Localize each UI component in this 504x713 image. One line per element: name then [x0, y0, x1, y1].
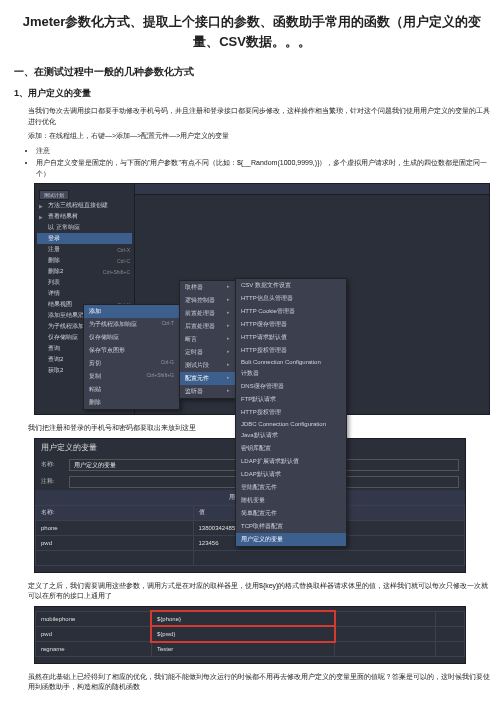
context-item[interactable]: 计数器: [236, 367, 346, 380]
context-item[interactable]: 登陆配置元件: [236, 481, 346, 494]
tab-plan[interactable]: 测试计划: [39, 190, 69, 200]
tree-item[interactable]: 删除Ctrl-C: [37, 255, 132, 266]
label-name: 名称:: [41, 460, 63, 469]
context-item[interactable]: HTTP Cookie管理器: [236, 305, 346, 318]
tree-item[interactable]: 登录: [37, 233, 132, 244]
context-item[interactable]: 取样器▸: [180, 281, 235, 294]
tree-item[interactable]: 删除2Ctrl+Shift+C: [37, 266, 132, 277]
context-item[interactable]: 监听器▸: [180, 385, 235, 398]
label-comment: 注释:: [41, 477, 63, 486]
section-1-heading: 一、在测试过程中一般的几种参数化方式: [14, 65, 490, 79]
context-item[interactable]: 仅存储响应: [84, 331, 179, 344]
screenshot-params: mobilephone${phone}pwd${pwd}regnameTeste…: [34, 606, 466, 664]
table-row[interactable]: [36, 550, 465, 565]
context-item[interactable]: 密钥库配置: [236, 442, 346, 455]
context-item[interactable]: HTTP信息头管理器: [236, 292, 346, 305]
context-item[interactable]: HTTP请求默认值: [236, 331, 346, 344]
context-item[interactable]: 保存节点图形: [84, 344, 179, 357]
context-item[interactable]: 逻辑控制器▸: [180, 294, 235, 307]
context-menu-1: 添加为子线程添加响应Ctrl-T仅存储响应保存节点图形剪切Ctrl-G复制Ctr…: [83, 304, 180, 410]
context-item[interactable]: 删除: [84, 396, 179, 409]
context-item[interactable]: 添加: [84, 305, 179, 318]
context-item[interactable]: 断言▸: [180, 333, 235, 346]
bullet-note: 注意: [36, 146, 490, 157]
paragraph: 虽然在此基础上已经得到了相应的优化，我们能不能做到每次运行的时候都不用再去修改用…: [14, 672, 490, 693]
context-item[interactable]: JDBC Connection Configuration: [236, 419, 346, 429]
col-name: 名称:: [36, 505, 194, 520]
context-item[interactable]: 为子线程添加响应Ctrl-T: [84, 318, 179, 331]
tree-item[interactable]: ▶查看结果树: [37, 211, 132, 222]
context-item[interactable]: HTTP授权管理器: [236, 344, 346, 357]
context-item[interactable]: 定时器▸: [180, 346, 235, 359]
paragraph: 定义了之后，我们需要调用这些参数，调用方式是在对应的取样器里，使用${key}的…: [14, 581, 490, 602]
editor-toolbar: [135, 184, 489, 195]
context-item[interactable]: FTP默认请求: [236, 393, 346, 406]
tree-item[interactable]: 列表: [37, 277, 132, 288]
paragraph: 添加：在线程组上，右键—>添加—>配置元件—>用户定义的变量: [14, 131, 490, 142]
context-item[interactable]: HTTP授权管理: [236, 406, 346, 419]
context-item[interactable]: CSV 数据文件设置: [236, 279, 346, 292]
tree-item[interactable]: 注册Ctrl-X: [37, 244, 132, 255]
context-menu-2: 取样器▸逻辑控制器▸前置处理器▸后置处理器▸断言▸定时器▸测试片段▸配置元件▸监…: [179, 280, 236, 399]
screenshot-context-menu: 测试计划 ▶方法三线程组直接创建▶查看结果树以 正常响应登录注册Ctrl-X删除…: [34, 183, 490, 415]
context-item[interactable]: 前置处理器▸: [180, 307, 235, 320]
context-item[interactable]: 后置处理器▸: [180, 320, 235, 333]
context-item[interactable]: 复制Ctrl+Shift+G: [84, 370, 179, 383]
context-item[interactable]: 用户定义的变量: [236, 533, 346, 546]
context-item[interactable]: 配置元件▸: [180, 372, 235, 385]
context-menu-3: CSV 数据文件设置HTTP信息头管理器HTTP Cookie管理器HTTP缓存…: [235, 278, 347, 547]
bullet-random: 用户自定义变量是固定的，与下面的"用户参数"有点不同（比如：${__Random…: [36, 158, 490, 179]
context-item[interactable]: Java默认请求: [236, 429, 346, 442]
context-item[interactable]: LDAP扩展请求默认值: [236, 455, 346, 468]
params-table: mobilephone${phone}pwd${pwd}regnameTeste…: [35, 611, 465, 657]
context-item[interactable]: HTTP缓存管理器: [236, 318, 346, 331]
context-item[interactable]: TCP取样器配置: [236, 520, 346, 533]
context-item[interactable]: LDAP默认请求: [236, 468, 346, 481]
context-item[interactable]: 简单配置元件: [236, 507, 346, 520]
context-item[interactable]: 粘贴: [84, 383, 179, 396]
table-row[interactable]: pwd${pwd}: [36, 626, 465, 641]
table-row[interactable]: mobilephone${phone}: [36, 611, 465, 626]
context-item[interactable]: 剪切Ctrl-G: [84, 357, 179, 370]
context-item[interactable]: 测试片段▸: [180, 359, 235, 372]
context-item[interactable]: 随机变量: [236, 494, 346, 507]
section-1-1-heading: 1、用户定义的变量: [14, 87, 490, 100]
tree-item[interactable]: 以 正常响应: [37, 222, 132, 233]
tree-item[interactable]: ▶方法三线程组直接创建: [37, 200, 132, 211]
tree-item[interactable]: 详情: [37, 288, 132, 299]
context-item[interactable]: DNS缓存管理器: [236, 380, 346, 393]
paragraph: 当我们每次去调用接口都要手动修改手机号码，并且注册和登录接口都要同步修改，这样操…: [14, 106, 490, 127]
page-title: Jmeter参数化方式、提取上个接口的参数、函数助手常用的函数（用户定义的变量、…: [14, 12, 490, 51]
table-row[interactable]: regnameTester: [36, 641, 465, 656]
context-item[interactable]: Bolt Connection Configuration: [236, 357, 346, 367]
